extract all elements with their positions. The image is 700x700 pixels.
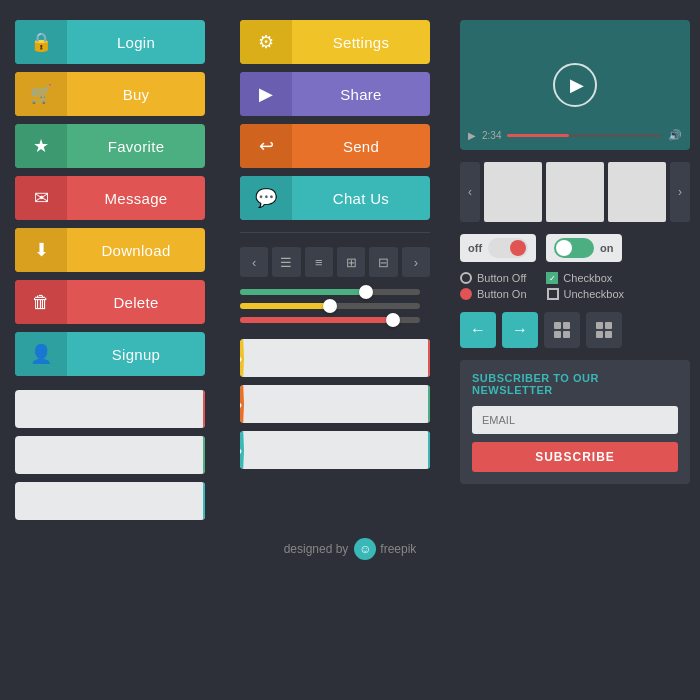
toggle-off-track[interactable]	[488, 238, 528, 258]
search-arrow-2[interactable]: ❯ 🔍	[240, 385, 430, 423]
toggle-on-track[interactable]	[554, 238, 594, 258]
video-player: ▶ ▶ 2:34 🔊	[460, 20, 690, 150]
carousel: ‹ ›	[460, 162, 690, 222]
toggle-off-switch[interactable]: off	[460, 234, 536, 262]
settings-label: Settings	[292, 34, 430, 51]
checkbox-label: Checkbox	[563, 272, 612, 284]
uncheckbox-option[interactable]: Uncheckbox	[547, 288, 625, 300]
toggle-on-label: on	[600, 242, 613, 254]
play-button[interactable]: ▶	[553, 63, 597, 107]
play-icon-small[interactable]: ▶	[468, 130, 476, 141]
checkbox-checked: ✓	[546, 272, 558, 284]
list-view-btn2[interactable]: ≡	[305, 247, 333, 277]
search-input-3[interactable]	[15, 494, 203, 509]
signup-button[interactable]: 👤 Signup	[15, 332, 205, 376]
rc-row-2: Button On Uncheckbox	[460, 288, 690, 300]
search-input-arrow-3[interactable]	[244, 443, 428, 458]
share-label: Share	[292, 86, 430, 103]
share-button[interactable]: ▶ Share	[240, 72, 430, 116]
chat-button[interactable]: 💬 Chat Us	[240, 176, 430, 220]
search-button-1[interactable]: 🔍	[203, 390, 205, 428]
grid-icon-2	[596, 322, 612, 338]
send-label: Send	[292, 138, 430, 155]
lock-icon: 🔒	[15, 20, 67, 64]
carousel-item-3	[608, 162, 666, 222]
arrow-badge-1: ❯	[240, 339, 244, 377]
button-on-label: Button On	[477, 288, 527, 300]
checkbox-unchecked	[547, 288, 559, 300]
search-button-2[interactable]: 🔍	[203, 436, 205, 474]
progress-bar[interactable]	[507, 134, 662, 137]
next-page-btn[interactable]: ›	[402, 247, 430, 277]
chat-label: Chat Us	[292, 190, 430, 207]
chat-icon: 💬	[240, 176, 292, 220]
search-input-arrow-1[interactable]	[244, 351, 428, 366]
action-buttons-col1: 🔒 Login 🛒 Buy ★ Favorite ✉ Message ⬇ Dow…	[15, 20, 235, 520]
email-input[interactable]	[472, 406, 678, 434]
delete-label: Delete	[67, 294, 205, 311]
send-button[interactable]: ↩ Send	[240, 124, 430, 168]
share-icon: ▶	[240, 72, 292, 116]
search-bar-3[interactable]: 🔍	[15, 482, 205, 520]
slider-green-track[interactable]	[240, 289, 420, 295]
search-bar-2[interactable]: 🔍	[15, 436, 205, 474]
settings-button[interactable]: ⚙ Settings	[240, 20, 430, 64]
subscribe-button[interactable]: SUBSCRIBE	[472, 442, 678, 472]
search-button-3[interactable]: 🔍	[203, 482, 205, 520]
carousel-item-1	[484, 162, 542, 222]
radio-checkbox-section: Button Off ✓ Checkbox Button On Uncheckb…	[460, 272, 690, 300]
carousel-next[interactable]: ›	[670, 162, 690, 222]
favorite-button[interactable]: ★ Favorite	[15, 124, 205, 168]
trash-icon: 🗑	[15, 280, 67, 324]
message-label: Message	[67, 190, 205, 207]
buy-label: Buy	[67, 86, 205, 103]
search-bar-1[interactable]: 🔍	[15, 390, 205, 428]
button-off-option[interactable]: Button Off	[460, 272, 526, 284]
gear-icon: ⚙	[240, 20, 292, 64]
carousel-item-2	[546, 162, 604, 222]
nav-right-btn[interactable]: →	[502, 312, 538, 348]
radio-off-circle	[460, 272, 472, 284]
search-input-2[interactable]	[15, 448, 203, 463]
nav-left-btn[interactable]: ←	[460, 312, 496, 348]
slider-red-track[interactable]	[240, 317, 420, 323]
button-on-option[interactable]: Button On	[460, 288, 527, 300]
download-button[interactable]: ⬇ Download	[15, 228, 205, 272]
search-input-1[interactable]	[15, 402, 203, 417]
volume-icon[interactable]: 🔊	[668, 129, 682, 142]
checkbox-option[interactable]: ✓ Checkbox	[546, 272, 612, 284]
search-btn-arrow-2[interactable]: 🔍	[428, 385, 430, 423]
grid-icon-1	[554, 322, 570, 338]
toggle-on-pill	[556, 240, 572, 256]
uncheckbox-label: Uncheckbox	[564, 288, 625, 300]
slider-yellow-track[interactable]	[240, 303, 420, 309]
login-button[interactable]: 🔒 Login	[15, 20, 205, 64]
footer-text: designed by	[284, 542, 349, 556]
favorite-label: Favorite	[67, 138, 205, 155]
nav-grid-btn-2[interactable]	[586, 312, 622, 348]
search-bars-arrow: ❯ 🔍 ❯ 🔍 ❯ 🔍	[240, 339, 450, 469]
search-btn-arrow-1[interactable]: 🔍	[428, 339, 430, 377]
search-arrow-1[interactable]: ❯ 🔍	[240, 339, 430, 377]
download-icon: ⬇	[15, 228, 67, 272]
search-btn-arrow-3[interactable]: 🔍	[428, 431, 430, 469]
search-input-arrow-2[interactable]	[244, 397, 428, 412]
toggle-off-pill	[510, 240, 526, 256]
search-arrow-3[interactable]: ❯ 🔍	[240, 431, 430, 469]
video-time: 2:34	[482, 130, 501, 141]
delete-button[interactable]: 🗑 Delete	[15, 280, 205, 324]
message-button[interactable]: ✉ Message	[15, 176, 205, 220]
nav-grid-btn-1[interactable]	[544, 312, 580, 348]
download-label: Download	[67, 242, 205, 259]
carousel-prev[interactable]: ‹	[460, 162, 480, 222]
list-view-btn[interactable]: ☰	[272, 247, 300, 277]
arrow-badge-2: ❯	[240, 385, 244, 423]
prev-page-btn[interactable]: ‹	[240, 247, 268, 277]
grid-view-btn2[interactable]: ⊟	[369, 247, 397, 277]
grid-view-btn[interactable]: ⊞	[337, 247, 365, 277]
freepik-logo: ☺ freepik	[354, 538, 416, 560]
buy-button[interactable]: 🛒 Buy	[15, 72, 205, 116]
video-controls: ▶ 2:34 🔊	[468, 129, 682, 142]
toggle-on-switch[interactable]: on	[546, 234, 621, 262]
login-label: Login	[67, 34, 205, 51]
